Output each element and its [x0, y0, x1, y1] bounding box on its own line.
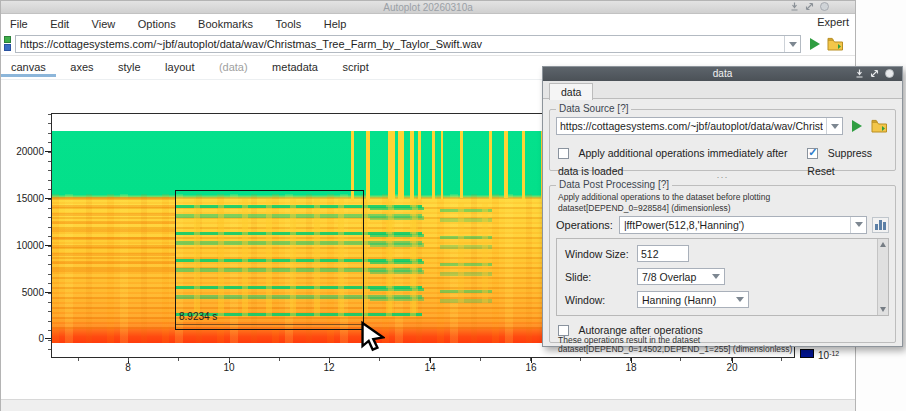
spectrogram-spike — [522, 131, 525, 199]
spectrogram-spike — [489, 131, 492, 199]
x-tick-label: 12 — [316, 362, 342, 373]
address-combo — [15, 35, 801, 53]
folder-icon — [826, 35, 845, 53]
tab-style[interactable]: style — [108, 57, 151, 76]
x-tick-label: 16 — [518, 362, 544, 373]
spectrogram-green-patch — [370, 201, 424, 313]
expert-mode-label[interactable]: Expert — [817, 16, 849, 28]
operations-combo[interactable]: |fftPower(512,8,'Hanning') — [619, 216, 867, 234]
menu-help[interactable]: Help — [315, 16, 356, 30]
spectrogram-left-bands — [52, 197, 176, 277]
dialog-open-file-button[interactable] — [870, 117, 889, 135]
address-toolbar — [1, 32, 855, 56]
uri-type-icon — [4, 36, 12, 52]
chevron-down-icon — [789, 42, 797, 47]
window-select[interactable]: Hanning (Hann) — [637, 291, 749, 308]
titlebar-icons — [790, 2, 829, 11]
operations-row: Operations: |fftPower(512,8,'Hanning') — [556, 215, 889, 234]
spectrogram-spike — [410, 131, 414, 199]
scrollbar[interactable] — [877, 239, 888, 315]
dialog-tab-data[interactable]: data — [549, 83, 593, 100]
window-row: Window: Hanning (Hann) — [565, 291, 749, 308]
operations-dropdown-button[interactable] — [850, 217, 866, 233]
y-tick-label: 10000 — [2, 240, 44, 251]
tab-axes[interactable]: axes — [60, 57, 103, 76]
post-processing-group: Data Post Processing [?] Apply additiona… — [549, 185, 896, 343]
tab-metadata[interactable]: metadata — [262, 57, 328, 76]
operation-settings-panel: Window Size: Slide: 7/8 Overlap Window: — [556, 238, 889, 316]
dialog-title: data — [713, 68, 732, 79]
dialog-url-dropdown-button[interactable] — [826, 118, 842, 134]
window-size-input[interactable] — [637, 245, 689, 262]
folder-icon — [870, 117, 889, 135]
spectrogram-spike — [418, 131, 421, 200]
pin-icon[interactable] — [790, 2, 799, 11]
spectrogram-spike — [432, 131, 435, 199]
tab-canvas[interactable]: canvas — [1, 57, 56, 76]
data-source-legend: Data Source [?] — [556, 103, 631, 114]
colorbar-min-label: 10-12 — [818, 350, 839, 361]
address-input[interactable] — [16, 36, 784, 52]
window-size-label: Window Size: — [565, 248, 637, 260]
x-tick-label: 18 — [618, 362, 644, 373]
checkbox-checked-icon[interactable] — [807, 148, 818, 159]
slide-select[interactable]: 7/8 Overlap — [637, 268, 725, 285]
dialog-go-button[interactable] — [848, 117, 866, 135]
pin-icon[interactable] — [855, 69, 864, 78]
y-minor-ticks — [48, 114, 51, 357]
bar-chart-icon — [879, 220, 882, 230]
close-icon[interactable] — [885, 69, 894, 78]
spectrogram-spike — [504, 131, 508, 198]
address-dropdown-button[interactable] — [784, 36, 800, 52]
data-source-group: Data Source [?] — [549, 109, 896, 171]
y-tick-label: 20000 — [2, 146, 44, 157]
bar-chart-icon — [875, 224, 878, 230]
x-tick-label: 20 — [719, 362, 745, 373]
post-processing-legend: Data Post Processing [?] — [556, 179, 672, 190]
open-file-button[interactable] — [826, 35, 845, 53]
slide-value: 7/8 Overlap — [642, 271, 696, 283]
dialog-tab-bar: data — [543, 81, 902, 99]
tab-script[interactable]: script — [332, 57, 378, 76]
menu-edit[interactable]: Edit — [41, 16, 78, 30]
result-dataset-label: dataset[DEPEND_0=14502,DEPEND_1=255] (di… — [558, 344, 792, 354]
dialog-titlebar[interactable]: data — [543, 67, 902, 81]
selection-box[interactable]: 8.9234 s — [175, 190, 364, 330]
window-title: Autoplot 20260310a — [383, 2, 473, 13]
play-icon — [810, 38, 820, 50]
menu-bookmarks[interactable]: Bookmarks — [189, 16, 262, 30]
colorbar-min-swatch — [800, 349, 814, 358]
menu-tools[interactable]: Tools — [267, 16, 311, 30]
x-tick-label: 10 — [216, 362, 242, 373]
dialog-url-row — [556, 117, 889, 135]
scroll-down-icon[interactable] — [880, 307, 886, 312]
menu-bar: File Edit View Options Bookmarks Tools H… — [1, 14, 855, 32]
chevron-down-icon — [831, 124, 839, 129]
tab-data[interactable]: (data) — [209, 57, 258, 76]
menu-options[interactable]: Options — [129, 16, 185, 30]
window-value: Hanning (Hann) — [642, 294, 716, 306]
window-titlebar[interactable]: Autoplot 20260310a — [1, 1, 855, 14]
menu-view[interactable]: View — [83, 16, 125, 30]
x-minor-ticks — [52, 358, 794, 361]
dialog-url-input[interactable] — [557, 118, 826, 134]
menu-file[interactable]: File — [1, 16, 37, 30]
resize-icon[interactable] — [805, 2, 814, 11]
operations-label: Operations: — [556, 219, 613, 231]
tab-layout[interactable]: layout — [155, 57, 204, 76]
slide-label: Slide: — [565, 271, 637, 283]
mouse-cursor-icon — [359, 320, 385, 352]
y-tick-label: 15000 — [2, 193, 44, 204]
chevron-down-icon — [732, 292, 748, 307]
bar-chart-icon — [883, 222, 886, 230]
spectrogram-spike — [441, 131, 443, 199]
colorbar-exponent: -12 — [829, 350, 839, 357]
resize-icon[interactable] — [870, 69, 879, 78]
y-tick-label: 5000 — [2, 287, 44, 298]
operations-editor-button[interactable] — [872, 217, 889, 233]
close-icon[interactable] — [820, 2, 829, 11]
plot-go-button[interactable] — [806, 35, 823, 53]
data-dialog: data data Data Source [?] — [542, 66, 903, 347]
checkbox-unchecked-icon[interactable] — [558, 148, 569, 159]
scroll-up-icon[interactable] — [880, 242, 886, 247]
